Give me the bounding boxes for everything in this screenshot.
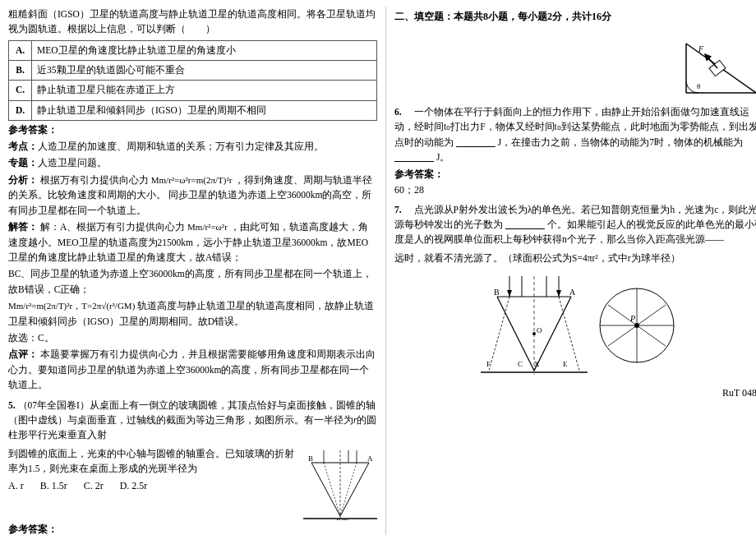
intro-text: 粗糙斜面（IGSO）卫星的轨道高度与静止轨道卫星的轨道高度相同。将各卫星轨道均视… [8,7,377,37]
svg-marker-29 [556,290,561,297]
svg-line-17 [705,54,717,68]
q7-text2: 远时，就看不清光源了。（球面积公式为S=4πr²，式中r为球半径） [394,251,756,265]
jiejie-d: Mm/r²=m(2π/T)²r，T=2π√(r³/GM) 轨道高度与静止轨道卫星… [8,298,377,329]
q5-diagram-area: 到圆锥的底面上，光束的中心轴与圆锥的轴重合。已知玻璃的折射率为1.5，则光束在桌… [8,446,377,520]
left-column: 粗糙斜面（IGSO）卫星的轨道高度与静止轨道卫星的轨道高度相同。将各卫星轨道均视… [8,7,386,535]
option-a: A. MEO卫星的角速度比静止轨道卫星的角速度小 [9,40,377,60]
q5-options: A. r B. 1.5r C. 2r D. 2.5r [8,480,297,492]
svg-text:F: F [486,360,491,368]
option-a-text: MEO卫星的角速度比静止轨道卫星的角速度小 [32,40,377,60]
q5-number-intro: 5. （07年全国卷I）从桌面上有一倒立的玻璃圆锥，其顶点恰好与桌面接触，圆锥的… [8,398,377,443]
jiejie-bc: BC、同步卫星的轨道为赤道上空36000km的高度，所有同步卫星都在同一个轨道上… [8,266,377,297]
rut-label: RuT 0482. [394,387,756,399]
svg-text:C: C [518,360,523,368]
svg-line-48 [608,325,637,346]
conclusion: 故选：C。 [8,330,377,345]
options-table: A. MEO卫星的角速度比静止轨道卫星的角速度小 B. 近35颗卫星的轨道圆心可… [8,40,377,121]
svg-text:θ: θ [697,82,700,90]
kaodian: 考点：人造卫星的加速度、周期和轨道的关系；万有引力定律及其应用。 [8,139,377,154]
option-b: B. 近35颗卫星的轨道圆心可能不重合 [9,61,377,81]
zhuanti: 专题：人造卫星问题。 [8,155,377,170]
svg-text:B: B [494,288,500,297]
q7-text: 7. 点光源从P射外发出波长为λ的单色光。若已知普朗克恒量为h，光速为c，则此光… [394,202,756,247]
option-a-label: A. [9,40,32,60]
svg-line-31 [559,297,579,371]
slope-diagram-svg: F θ [682,27,756,101]
option-d: D. 静止轨道卫星和倾斜同步（IGSO）卫星的周期不相同 [9,100,377,120]
ref-answer-label: 参考答案： [8,124,377,136]
option-c-label: C. [9,81,32,100]
cone-diagram-svg: 桌面 B A [303,446,377,520]
dianping: 点评： 本题要掌握万有引力提供向心力，并且根据需要能够用角速度和周期表示出向心力… [8,347,377,392]
svg-marker-28 [507,290,512,297]
svg-text:O: O [537,326,542,334]
light-source-svg: P [596,272,678,379]
svg-point-39 [532,332,536,335]
svg-line-44 [637,305,666,325]
svg-text:E: E [563,360,568,368]
option-d-text: 静止轨道卫星和倾斜同步（IGSO）卫星的周期不相同 [32,100,377,120]
svg-text:F: F [698,44,704,53]
q6-text: 6. 一个物体在平行于斜面向上的恒力作用下，由静止开始沿斜面做匀加速直线运动，经… [394,104,756,165]
cone-optics-svg: B A E X C F O [481,272,588,379]
svg-text:A: A [569,288,576,297]
page-container: 粗糙斜面（IGSO）卫星的轨道高度与静止轨道卫星的轨道高度相同。将各卫星轨道均视… [0,0,756,535]
q5-ref-answer: 参考答案： [8,523,377,535]
option-b-label: B. [9,61,32,81]
option-d-label: D. [9,100,32,120]
svg-text:X: X [534,360,540,368]
jiejie: 解答： 解：A、根据万有引力提供向心力 Mm/r²=ω²r ，由此可知，轨道高度… [8,219,377,265]
svg-line-1 [340,463,369,516]
svg-text:桌面: 桌面 [334,519,348,520]
svg-text:A: A [367,454,373,463]
q6-answer: 60；28 [394,183,756,197]
right-diagrams: B A E X C F O [394,272,756,379]
svg-line-30 [489,297,509,371]
svg-line-0 [311,463,340,516]
svg-line-20 [497,297,534,371]
q5-text-continue: 到圆锥的底面上，光束的中心轴与圆锥的轴重合。已知玻璃的折射率为1.5，则光束在桌… [8,446,297,496]
q6-ref-answer: 参考答案： [394,168,756,181]
slope-diagram-area: F θ [394,27,756,101]
option-c: C. 静止轨道卫星只能在赤道正上方 [9,81,377,100]
svg-line-46 [637,325,666,346]
svg-text:P: P [629,314,635,323]
fenxi: 分析： 根据万有引力提供向心力 Mm/r²=ω²r=m(2π/T)²r ，得到角… [8,173,377,218]
q5-section: 5. （07年全国卷I）从桌面上有一倒立的玻璃圆锥，其顶点恰好与桌面接触，圆锥的… [8,398,377,535]
svg-text:B: B [308,454,313,463]
right-column: 二、填空题：本题共8小题，每小题2分，共计16分 F θ [386,7,756,535]
option-c-text: 静止轨道卫星只能在赤道正上方 [32,81,377,100]
option-b-text: 近35颗卫星的轨道圆心可能不重合 [32,61,377,81]
fill-section-header: 二、填空题：本题共8小题，每小题2分，共计16分 [394,10,756,24]
